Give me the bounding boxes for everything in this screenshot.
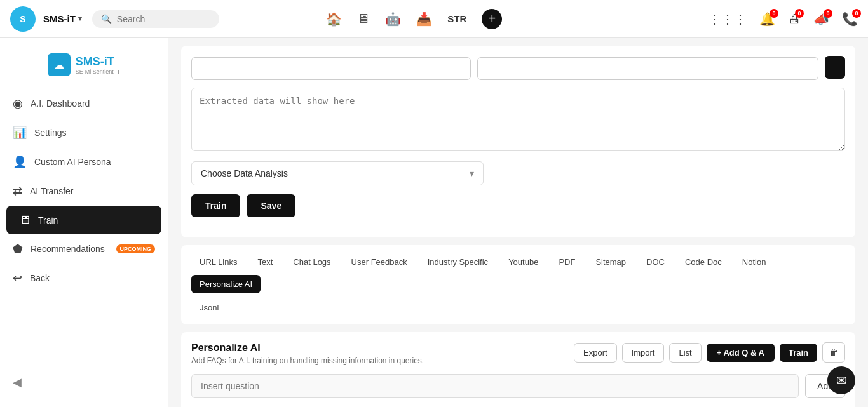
tabs-row2: Jsonl bbox=[191, 298, 845, 317]
tab-text[interactable]: Text bbox=[249, 253, 281, 271]
tab-pdf[interactable]: PDF bbox=[550, 253, 583, 271]
monitor-icon[interactable]: 🖥 bbox=[357, 11, 370, 26]
recommendations-icon: ⬟ bbox=[13, 242, 23, 256]
tab-doc[interactable]: DOC bbox=[638, 253, 673, 271]
tab-personalize-ai[interactable]: Personalize AI bbox=[191, 275, 261, 293]
collapse-icon: ◀ bbox=[13, 376, 22, 389]
save-button[interactable]: Save bbox=[247, 194, 295, 217]
tab-chat-logs[interactable]: Chat Logs bbox=[285, 253, 339, 271]
personalize-title: Personalize AI bbox=[191, 342, 424, 354]
sidebar-item-settings[interactable]: 📊 Settings bbox=[0, 118, 168, 147]
megaphone-icon[interactable]: 📣0 bbox=[813, 11, 829, 27]
personalize-actions: Export Import List + Add Q & A Train 🗑 bbox=[574, 342, 845, 363]
sidebar-item-ai-dashboard[interactable]: ◉ A.I. Dashboard bbox=[0, 89, 168, 118]
tab-code-doc[interactable]: Code Doc bbox=[677, 253, 730, 271]
tray-icon[interactable]: 📥 bbox=[416, 11, 432, 27]
printer-badge: 0 bbox=[795, 9, 804, 18]
dashboard-icon: ◉ bbox=[13, 97, 23, 110]
sidebar-item-recommendations[interactable]: ⬟ Recommendations UPCOMING bbox=[0, 234, 168, 264]
train-icon: 🖥 bbox=[19, 213, 31, 227]
settings-icon: 📊 bbox=[13, 126, 27, 140]
import-button[interactable]: Import bbox=[622, 343, 665, 363]
brand-avatar: S bbox=[10, 6, 36, 32]
sidebar-item-custom-ai-persona[interactable]: 👤 Custom AI Persona bbox=[0, 147, 168, 177]
printer-icon[interactable]: 🖨0 bbox=[788, 11, 801, 26]
back-icon: ↩ bbox=[13, 271, 22, 285]
extracted-data-textarea[interactable] bbox=[191, 88, 845, 151]
megaphone-badge: 0 bbox=[824, 9, 832, 18]
sidebar-label-train: Train bbox=[38, 215, 58, 225]
tabs-section: URL Links Text Chat Logs User Feedback I… bbox=[181, 245, 855, 324]
extracted-data-card: Choose Data Analysis ▾ Train Save bbox=[181, 46, 855, 237]
tab-url-links[interactable]: URL Links bbox=[191, 253, 245, 271]
delete-button[interactable]: 🗑 bbox=[822, 342, 845, 363]
str-label[interactable]: STR bbox=[447, 13, 466, 24]
bell-badge: 0 bbox=[770, 9, 778, 18]
sidebar-label-custom-ai-persona: Custom AI Persona bbox=[34, 157, 111, 167]
bell-icon[interactable]: 🔔0 bbox=[759, 11, 775, 27]
transfer-icon: ⇄ bbox=[13, 184, 22, 198]
nav-center-icons: 🏠 🖥 🤖 📥 STR + bbox=[326, 9, 502, 29]
action-top-button[interactable] bbox=[825, 56, 845, 81]
export-button[interactable]: Export bbox=[574, 343, 617, 363]
question-input-row: Add bbox=[191, 374, 845, 398]
left-input-area bbox=[191, 57, 471, 80]
phone-badge: 0 bbox=[852, 9, 861, 18]
sidebar-collapse-button[interactable]: ◀ bbox=[0, 368, 168, 397]
plus-button[interactable]: + bbox=[482, 9, 502, 29]
chevron-down-icon: ▾ bbox=[78, 15, 82, 23]
trash-icon: 🗑 bbox=[829, 347, 838, 357]
persona-icon: 👤 bbox=[13, 155, 27, 169]
logo-icon: ☁ bbox=[48, 53, 71, 76]
search-input[interactable] bbox=[117, 14, 210, 24]
train-save-buttons: Train Save bbox=[191, 194, 845, 217]
sidebar-logo: ☁ SMS-iT SE-Mi Sentient IT bbox=[0, 48, 168, 89]
sidebar-label-back: Back bbox=[30, 273, 50, 283]
tab-jsonl[interactable]: Jsonl bbox=[191, 298, 227, 317]
data-analysis-dropdown[interactable]: Choose Data Analysis ▾ bbox=[191, 161, 484, 185]
personalize-title-area: Personalize AI Add FAQs for A.I. trainin… bbox=[191, 342, 424, 365]
search-icon: 🔍 bbox=[101, 14, 112, 24]
sidebar-item-ai-transfer[interactable]: ⇄ AI Transfer bbox=[0, 177, 168, 206]
grid-icon[interactable]: ⋮⋮⋮ bbox=[709, 11, 747, 27]
sidebar-item-back[interactable]: ↩ Back bbox=[0, 264, 168, 293]
upcoming-badge: UPCOMING bbox=[116, 244, 156, 253]
phone-icon[interactable]: 📞0 bbox=[842, 11, 858, 27]
sidebar-label-recommendations: Recommendations bbox=[31, 244, 105, 254]
nav-right-icons: ⋮⋮⋮ 🔔0 🖨0 📣0 📞0 bbox=[709, 11, 858, 27]
dropdown-label: Choose Data Analysis bbox=[201, 168, 288, 178]
sidebar-item-train[interactable]: 🖥 Train bbox=[6, 206, 161, 234]
tab-notion[interactable]: Notion bbox=[734, 253, 775, 271]
sidebar: ☁ SMS-iT SE-Mi Sentient IT ◉ A.I. Dashbo… bbox=[0, 38, 168, 407]
brand-name[interactable]: SMS-iT ▾ bbox=[43, 13, 82, 24]
home-icon[interactable]: 🏠 bbox=[326, 11, 342, 27]
search-bar[interactable]: 🔍 bbox=[92, 10, 219, 28]
list-button[interactable]: List bbox=[669, 343, 701, 363]
main-content-area: Choose Data Analysis ▾ Train Save URL Li… bbox=[168, 38, 868, 407]
chevron-down-icon: ▾ bbox=[470, 168, 474, 178]
train-button[interactable]: Train bbox=[191, 194, 240, 217]
personalize-subtitle: Add FAQs for A.I. training on handling m… bbox=[191, 356, 424, 365]
tab-industry-specific[interactable]: Industry Specific bbox=[419, 253, 496, 271]
top-navigation: S SMS-iT ▾ 🔍 🏠 🖥 🤖 📥 STR + ⋮⋮⋮ 🔔0 🖨0 📣0 … bbox=[0, 0, 868, 38]
logo-title: SMS-iT bbox=[76, 55, 121, 69]
logo-subtitle: SE-Mi Sentient IT bbox=[76, 69, 121, 75]
robot-icon[interactable]: 🤖 bbox=[385, 11, 401, 27]
personalize-ai-section: Personalize AI Add FAQs for A.I. trainin… bbox=[181, 332, 855, 407]
personalize-train-button[interactable]: Train bbox=[780, 344, 817, 362]
top-partial-row bbox=[191, 56, 845, 81]
mid-input-area bbox=[477, 57, 818, 80]
sidebar-label-ai-dashboard: A.I. Dashboard bbox=[31, 98, 90, 109]
question-input[interactable] bbox=[191, 374, 799, 398]
tab-youtube[interactable]: Youtube bbox=[500, 253, 546, 271]
sidebar-label-ai-transfer: AI Transfer bbox=[30, 186, 73, 196]
tab-user-feedback[interactable]: User Feedback bbox=[343, 253, 416, 271]
tabs-row: URL Links Text Chat Logs User Feedback I… bbox=[191, 253, 845, 293]
tab-sitemap[interactable]: Sitemap bbox=[587, 253, 634, 271]
add-qa-button[interactable]: + Add Q & A bbox=[707, 344, 775, 362]
chat-float-button[interactable]: ✉ bbox=[827, 366, 855, 394]
sidebar-label-settings: Settings bbox=[34, 128, 67, 138]
top-dark-button[interactable] bbox=[825, 56, 845, 79]
personalize-header: Personalize AI Add FAQs for A.I. trainin… bbox=[191, 342, 845, 365]
